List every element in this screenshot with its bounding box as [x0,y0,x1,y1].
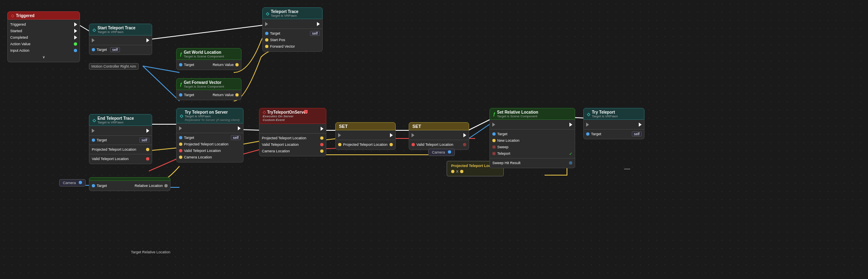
tte-projected-pin [320,136,323,140]
tts-exec-row [177,125,243,132]
try-teleport-node: ◇ Try Teleport Target is VRPawn Target s… [583,108,644,139]
try-teleport-server-node: ◇ Try Teleport on Server Target is VRPaw… [176,108,244,163]
set-valid-header: SET [409,122,469,130]
try-teleport-event-body: Projected Teleport Location Valid Telepo… [259,124,326,156]
tts-exec-out [238,126,241,130]
event-red-indicator [304,110,308,113]
set-projected-node: SET Projected Teleport Location [335,122,396,150]
get-forward-header: ƒ Get Forward Vector Target is Scene Com… [176,78,241,90]
tts-valid-pin [179,149,182,152]
start-target-label: Target [97,48,107,52]
camera-node-middle: Camera [428,149,455,156]
motion-controller-label: Motion Controller Right Aim [89,63,139,70]
try-teleport-subtitle: Target is VRPawn [592,114,618,118]
tt2-exec-in [586,123,589,127]
camera-left-pin [79,181,82,184]
get-world-icon: ƒ [180,52,182,57]
get-world-return-label: Return Value [213,63,234,67]
tte-camera-pin [320,149,323,153]
tt-fwd-row: Forward Vector [263,43,322,50]
expand-row[interactable]: ∨ [8,54,80,60]
set-valid-exec-in [412,133,414,137]
get-world-body: Target Return Value [176,60,241,70]
camera-middle-label: Camera [432,150,445,154]
grl-row: Target Relative Location [89,182,170,189]
srl-exec-row [490,121,575,128]
grl-rel-pin [164,184,168,187]
get-forward-title: Get Forward Vector [184,80,221,85]
tt-fwd-pin [265,45,268,48]
try-teleport-event-sub2: Custom Event [263,118,308,122]
tts-camera-label: Camera Location [184,155,212,159]
tt2-target-row: Target self [584,131,644,137]
completed-out-pin [74,35,77,40]
srl-newloc-row: New Location [490,137,575,144]
enhanced-input-node: ◇ Triggered Triggered Started Completed … [7,11,80,62]
try-teleport-server-header: ◇ Try Teleport on Server Target is VRPaw… [176,108,244,123]
tte-camera-label: Camera Location [262,149,319,153]
tte-exec-out [321,127,323,131]
set-valid-exec-row [409,132,469,138]
try-teleport-server-icon: ◇ [180,114,183,118]
triggered-pin-row: Triggered [8,21,80,28]
tts-target-pin [179,136,182,139]
start-exec-in [92,38,95,42]
set-projected-body: Projected Teleport Location [335,130,396,150]
end-exec-in [92,129,95,133]
started-pin-row: Started [8,28,80,34]
end-target-pin [92,138,95,142]
get-forward-body: Target Return Value [176,90,241,100]
get-relative-location-node: Target Relative Location [89,177,170,191]
get-forward-return-label: Return Value [213,93,234,97]
srl-sweephit-row: Sweep Hit Result [490,160,575,166]
grl-rel-label: Relative Location [135,184,163,188]
triggered-out-pin [74,22,77,26]
set-valid-label: Valid Teleport Location [416,143,461,147]
teleport-trace-title: Teleport Trace [271,9,299,14]
tt2-target-pin [586,132,589,136]
end-exec-out [146,129,149,133]
tts-target-row: Target self [177,134,243,141]
get-world-title: Get World Location [184,50,221,55]
get-world-subtitle: Target is Scene Component [184,55,224,58]
action-value-label: Action Value [10,42,72,46]
end-teleport-header: ◇ End Teleport Trace Target is VRPawn [89,114,152,126]
get-world-target-label: Target [184,63,211,67]
end-target-label: Target [97,138,136,142]
camera-node-left: Camera [59,179,86,187]
set-valid-in-pin [412,143,415,146]
tts-camera-row: Camera Location [177,154,243,160]
try-teleport-event-title: TryTeleportOnServer [267,110,308,114]
teleport-trace-subtitle: Target is VRPawn [271,14,299,18]
try-teleport-event-sub1: Executes On Server [263,114,308,118]
tts-target-label: Target [184,136,228,140]
tts-valid-label: Valid Teleport Location [184,149,221,153]
grl-target-pin [92,184,95,187]
proj-tele-inputs: X [451,169,499,174]
try-teleport-server-sub1: Target is VRPawn [185,114,239,118]
end-valid-pin [146,157,149,160]
tte-valid-pin [320,143,323,146]
get-world-target-pin [179,63,182,66]
set-rel-loc-title: Set Relative Location [497,110,538,114]
tt2-target-label: Target [591,132,629,136]
start-teleport-title: Start Teleport Trace [97,26,135,30]
start-exec-out [146,38,149,42]
srl-sweep-row: Sweep [490,144,575,150]
action-value-pin [74,42,77,46]
completed-pin-row: Completed [8,34,80,41]
teleport-trace-header: ◇ Teleport Trace Target is VRPawn [262,7,323,19]
try-teleport-body: Target self [583,120,644,139]
enhanced-input-header: ◇ Triggered [7,11,80,20]
tte-projected-label: Projected Teleport Location [262,136,319,140]
get-rel-loc-body: Target Relative Location [89,181,170,191]
set-rel-loc-header: ƒ Set Relative Location Target is Scene … [489,108,575,120]
set-valid-body: Valid Teleport Location [409,130,469,150]
get-forward-vector-node: ƒ Get Forward Vector Target is Scene Com… [176,78,241,100]
srl-newloc-pin [492,139,496,142]
get-world-location-node: ƒ Get World Location Target is Scene Com… [176,48,241,70]
end-exec-row [89,127,152,134]
tt2-self-badge: self [632,132,642,136]
set-valid-val-row: Valid Teleport Location [409,141,469,148]
tts-projected-pin [179,143,182,146]
